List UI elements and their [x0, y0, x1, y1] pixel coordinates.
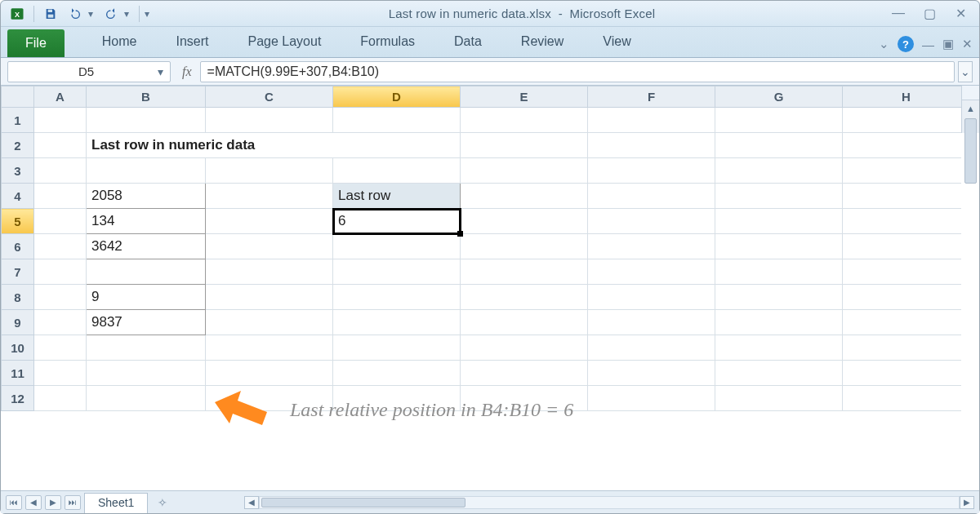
- excel-app-icon[interactable]: X: [6, 4, 29, 24]
- col-header-F[interactable]: F: [588, 86, 715, 108]
- name-box-value: D5: [15, 64, 158, 78]
- redo-dropdown-icon[interactable]: ▾: [124, 8, 134, 20]
- col-header-A[interactable]: A: [34, 86, 87, 108]
- cell-B4[interactable]: 2058: [87, 184, 206, 209]
- close-icon[interactable]: ✕: [951, 6, 969, 21]
- col-header-C[interactable]: C: [206, 86, 333, 108]
- tab-nav-first-icon[interactable]: ⏮: [6, 495, 22, 510]
- scroll-right-icon[interactable]: ▶: [960, 496, 974, 509]
- title-filename: Last row in numeric data.xlsx: [389, 7, 551, 20]
- name-box-dropdown-icon[interactable]: ▾: [158, 65, 163, 78]
- qat-customize-icon[interactable]: ▾: [145, 8, 154, 20]
- svg-text:X: X: [15, 10, 20, 18]
- row-header-9[interactable]: 9: [2, 310, 34, 335]
- split-handle[interactable]: [961, 86, 979, 100]
- col-header-D[interactable]: D: [333, 86, 461, 108]
- cell-B6[interactable]: 3642: [87, 234, 206, 259]
- title-appname: Microsoft Excel: [570, 7, 656, 20]
- formula-input[interactable]: =MATCH(9.99E+307,B4:B10): [200, 61, 955, 82]
- workbook-close-icon[interactable]: ✕: [962, 37, 973, 51]
- col-header-H[interactable]: H: [843, 86, 962, 108]
- sheet-title[interactable]: Last row in numeric data: [87, 133, 461, 158]
- ribbon-right-controls: ⌄ ? ― ▣ ✕: [879, 36, 973, 57]
- row-header-7[interactable]: 7: [2, 259, 34, 285]
- fx-icon[interactable]: fx: [177, 64, 197, 79]
- row-header-5[interactable]: 5: [2, 209, 34, 234]
- tab-page-layout[interactable]: Page Layout: [228, 26, 341, 57]
- row-header-8[interactable]: 8: [2, 285, 34, 310]
- title-bar: X ▾ ▾ ▾ Last row in numeric data.xlsx - …: [1, 1, 979, 27]
- workbook-restore-icon[interactable]: ▣: [942, 37, 954, 51]
- col-header-B[interactable]: B: [87, 86, 206, 108]
- workbook-minimize-icon[interactable]: ―: [922, 38, 934, 51]
- maximize-icon[interactable]: ▢: [920, 6, 938, 21]
- app-window: X ▾ ▾ ▾ Last row in numeric data.xlsx - …: [0, 0, 980, 514]
- worksheet-area: A B C D E F G H 1 2Last row in numeric d…: [1, 86, 979, 490]
- window-controls: ― ▢ ✕: [889, 6, 974, 21]
- vertical-scrollbar[interactable]: ▲ ▼: [961, 100, 979, 133]
- formula-text: =MATCH(9.99E+307,B4:B10): [207, 64, 379, 79]
- tab-nav-prev-icon[interactable]: ◀: [25, 495, 42, 510]
- tab-data[interactable]: Data: [434, 26, 501, 57]
- file-tab[interactable]: File: [7, 29, 65, 57]
- sheet-tab-bar: ⏮ ◀ ▶ ⏭ Sheet1 ✧ ◀ ▶: [1, 490, 979, 513]
- ribbon-tabstrip: File Home Insert Page Layout Formulas Da…: [1, 27, 979, 58]
- svg-rect-2: [48, 9, 52, 11]
- formula-bar-expand-icon[interactable]: ⌄: [958, 61, 973, 82]
- row-header-4[interactable]: 4: [2, 184, 34, 209]
- scroll-left-icon[interactable]: ◀: [244, 496, 259, 509]
- row-header-6[interactable]: 6: [2, 234, 34, 259]
- cell-B5[interactable]: 134: [87, 209, 206, 234]
- horizontal-scrollbar[interactable]: ◀ ▶: [244, 496, 974, 509]
- formula-bar: D5 ▾ fx =MATCH(9.99E+307,B4:B10) ⌄: [1, 58, 979, 86]
- sheet-tab-sheet1[interactable]: Sheet1: [84, 493, 148, 513]
- tab-formulas[interactable]: Formulas: [341, 26, 434, 57]
- new-sheet-icon[interactable]: ✧: [151, 496, 167, 509]
- cell-B9[interactable]: 9837: [87, 310, 206, 335]
- tab-nav-last-icon[interactable]: ⏭: [65, 495, 81, 510]
- select-all-corner[interactable]: [2, 86, 34, 108]
- cell-B8[interactable]: 9: [87, 285, 206, 310]
- row-header-1[interactable]: 1: [2, 108, 34, 133]
- formula-input-area: fx =MATCH(9.99E+307,B4:B10) ⌄: [177, 61, 973, 82]
- row-header-3[interactable]: 3: [2, 158, 34, 184]
- col-header-G[interactable]: G: [715, 86, 843, 108]
- horizontal-scroll-thumb[interactable]: [261, 498, 466, 507]
- cell-B7[interactable]: [87, 259, 206, 285]
- undo-dropdown-icon[interactable]: ▾: [88, 8, 98, 20]
- minimize-icon[interactable]: ―: [889, 6, 907, 21]
- row-header-12[interactable]: 12: [2, 386, 34, 411]
- grid[interactable]: A B C D E F G H 1 2Last row in numeric d…: [1, 86, 961, 490]
- svg-rect-3: [48, 14, 54, 17]
- tab-nav-next-icon[interactable]: ▶: [45, 495, 61, 510]
- save-icon[interactable]: [39, 4, 62, 24]
- undo-icon[interactable]: [64, 4, 87, 24]
- cell-D4[interactable]: Last row: [333, 184, 461, 209]
- row-header-10[interactable]: 10: [2, 335, 34, 361]
- window-title: Last row in numeric data.xlsx - Microsof…: [154, 7, 889, 20]
- scroll-up-icon[interactable]: ▲: [966, 100, 975, 117]
- tab-view[interactable]: View: [583, 26, 650, 57]
- row-header-11[interactable]: 11: [2, 361, 34, 386]
- name-box[interactable]: D5 ▾: [7, 61, 171, 82]
- tab-insert[interactable]: Insert: [156, 26, 228, 57]
- tab-review[interactable]: Review: [501, 26, 583, 57]
- col-header-E[interactable]: E: [461, 86, 588, 108]
- cell-D5-selected[interactable]: 6: [333, 209, 461, 234]
- row-header-2[interactable]: 2: [2, 133, 34, 158]
- ribbon-minimize-icon[interactable]: ⌄: [879, 37, 889, 51]
- quick-access-toolbar: X ▾ ▾ ▾: [6, 4, 154, 24]
- tab-home[interactable]: Home: [82, 26, 157, 57]
- vertical-scroll-thumb[interactable]: [964, 118, 977, 184]
- redo-icon[interactable]: [100, 4, 122, 24]
- help-icon[interactable]: ?: [898, 36, 914, 52]
